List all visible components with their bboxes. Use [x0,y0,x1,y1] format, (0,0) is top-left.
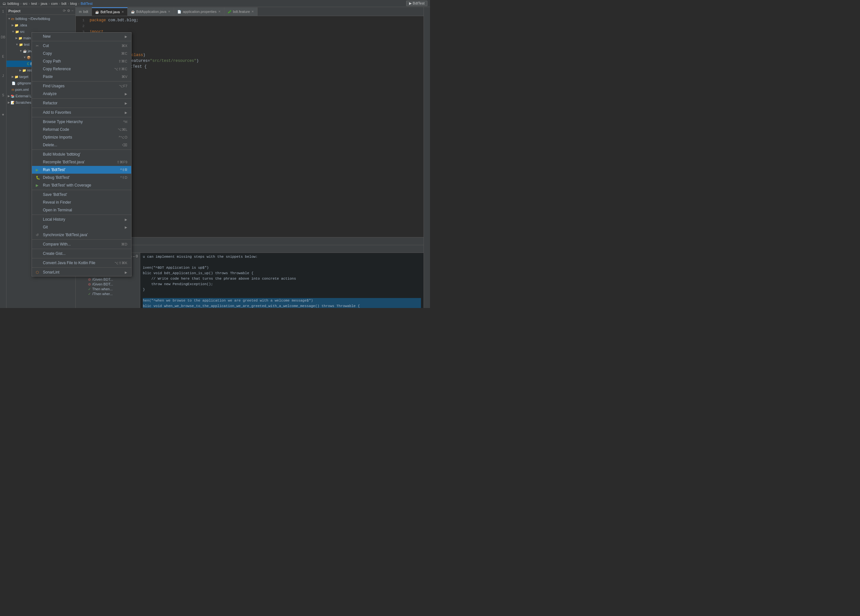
analyze-arrow-icon: ▶ [125,92,127,96]
breadcrumb: 🗂 bdtblog › src › test › java › com › bd… [3,2,93,5]
menu-item-refactor[interactable]: Refactor ▶ [32,99,131,107]
menu-item-run-coverage[interactable]: ▶ Run 'BdtTest' with Coverage [32,181,131,189]
out-line-8 [143,293,421,298]
test-row-given2[interactable]: ⊘ /Given BDT... [76,282,139,287]
new-arrow-icon: ▶ [125,35,127,38]
menu-item-build-module[interactable]: Build Module 'bdtblog' [32,150,131,158]
menu-item-git[interactable]: Git ▶ [32,223,131,231]
sidebar-icons: 1 DB E J S ★ [0,7,6,308]
out-line-4: blic void bdt_Application_is_up() throws… [143,271,421,276]
menu-item-sync[interactable]: ↺ Synchronize 'BdtTest.java' [32,231,131,239]
menu-item-local-history[interactable]: Local History ▶ [32,216,131,223]
separator-1 [32,41,131,41]
debug-icon: 🐛 [36,176,41,180]
sidebar-icon-favorites[interactable]: ★ [0,111,6,117]
settings-icon[interactable]: ⚙ [67,9,70,13]
test-row-then2[interactable]: ✓ /Then wher... [76,292,139,296]
tab-close-bdtapp[interactable]: ✕ [168,10,171,13]
menu-item-analyze[interactable]: Analyze ▶ [32,90,131,98]
separator-8 [32,215,131,215]
menu-item-reveal[interactable]: Reveal in Finder [32,199,131,206]
separator-10 [32,249,131,249]
menu-item-new[interactable]: New ▶ [32,33,131,40]
code-line-1: 1 package com.bdt.blog; [76,17,424,23]
test-row-given1[interactable]: ⊘ /Given BDT... [76,277,139,282]
tab-close-feature[interactable]: ✕ [251,10,254,13]
tab-icon-bdt: m [79,10,82,14]
separator-12 [32,267,131,268]
sidebar-icon-explorer[interactable]: E [0,53,6,59]
context-menu: New ▶ ✂ Cut ⌘X Copy ⌘C Copy Path ⇧⌘C Cop… [31,32,132,276]
breadcrumb-project: bdtblog [8,2,19,5]
separator-3 [32,98,131,99]
menu-item-optimize[interactable]: Optimize Imports ^⌥O [32,133,131,141]
sync-file-icon: ↺ [36,233,41,237]
right-sidebar [424,7,430,308]
code-line-2: 2 [76,23,424,29]
out-line-7: } [143,287,421,293]
sonar-arrow-icon: ▶ [125,271,127,274]
menu-item-convert-kotlin[interactable]: Convert Java File to Kotlin File ⌥⇧⌘K [32,259,131,267]
sidebar-icon-project[interactable]: 1 [0,8,6,14]
test-row-then1[interactable]: ✓ Then when... [76,287,139,292]
menu-item-delete[interactable]: Delete... ⌫ [32,141,131,149]
menu-item-reformat[interactable]: Reformat Code ⌥⌘L [32,125,131,133]
history-arrow-icon: ▶ [125,218,127,221]
separator-6 [32,149,131,150]
run-config-button[interactable]: ▶ BdtTest [406,1,427,6]
project-title: Project [8,9,20,13]
tab-feature[interactable]: 🥒 bdt.feature ✕ [224,8,258,16]
sync-icon[interactable]: ⟳ [63,9,66,13]
refactor-arrow-icon: ▶ [125,102,127,105]
project-header-icons: ⟳ ⚙ − [63,9,74,13]
menu-item-copy-ref[interactable]: Copy Reference ⌥⇧⌘C [32,65,131,73]
sidebar-icon-structure[interactable]: S [0,92,6,98]
separator-9 [32,239,131,240]
tab-appprops[interactable]: 📄 application.properties ✕ [174,8,224,16]
git-arrow-icon: ▶ [125,226,127,229]
favorites-arrow-icon: ▶ [125,111,127,114]
menu-item-gist[interactable]: Create Gist... [32,250,131,257]
tab-bdtapp[interactable]: ☕ BdtApplication.java ✕ [128,8,174,16]
minimize-icon[interactable]: − [72,9,74,13]
menu-item-cut[interactable]: ✂ Cut ⌘X [32,42,131,50]
menu-item-copy-path[interactable]: Copy Path ⇧⌘C [32,57,131,65]
tab-icon-bdttest: ☕ [95,10,99,14]
out-line-2 [143,260,421,265]
project-header: Project ⟳ ⚙ − [6,7,75,15]
menu-item-browse-hierarchy[interactable]: Browse Type Hierarchy ^H [32,118,131,125]
out-line-10: blic void when_we_browse_to_the_applicat… [143,304,421,308]
tab-bdttest[interactable]: ☕ BdtTest.java ✕ [92,8,128,16]
tab-icon-appprops: 📄 [177,10,181,14]
tree-item-idea[interactable]: ▶ 📁 .idea [6,22,75,28]
tab-bar: m bdt ☕ BdtTest.java ✕ ☕ BdtApplication.… [76,7,424,16]
sidebar-icon-db[interactable]: DB [0,34,6,40]
output-text[interactable]: u can implement missing steps with the s… [140,253,424,308]
then-when-label: Then when... [92,287,113,291]
menu-item-run[interactable]: ▶ Run 'BdtTest' ^⇧R [32,166,131,174]
out-line-1: u can implement missing steps with the s… [143,254,421,260]
separator-2 [32,81,131,82]
breadcrumb-project-icon: 🗂 [3,2,6,5]
menu-item-find-usages[interactable]: Find Usages ⌥F7 [32,82,131,90]
menu-item-paste[interactable]: Paste ⌘V [32,73,131,80]
out-line-9: hen("^when we browse to the application … [143,298,421,304]
tab-icon-bdtapp: ☕ [131,10,135,14]
menu-item-debug[interactable]: 🐛 Debug 'BdtTest' ^⇧D [32,174,131,181]
menu-item-add-favorites[interactable]: Add to Favorites ▶ [32,108,131,116]
tab-close-appprops[interactable]: ✕ [218,10,221,13]
tree-item-root[interactable]: ▼ 🗁 bdtblog ~/Dev/bdtblog [6,16,75,22]
tab-bdt[interactable]: m bdt [76,8,92,16]
menu-item-recompile[interactable]: Recompile 'BdtTest.java' ⇧⌘F9 [32,158,131,166]
menu-item-sonarlint[interactable]: ⬡ SonarLint ▶ [32,268,131,276]
separator-4 [32,108,131,108]
menu-item-compare[interactable]: Compare With... ⌘D [32,240,131,248]
menu-item-terminal[interactable]: Open in Terminal [32,206,131,214]
menu-item-copy[interactable]: Copy ⌘C [32,50,131,57]
coverage-icon: ▶ [36,183,41,188]
sidebar-icon-job[interactable]: J [0,73,6,78]
tab-close-bdttest[interactable]: ✕ [121,10,124,14]
run-icon: ▶ [36,168,41,172]
out-line-6: throw new PendingException(); [143,282,421,287]
menu-item-save[interactable]: Save 'BdtTest' [32,191,131,199]
